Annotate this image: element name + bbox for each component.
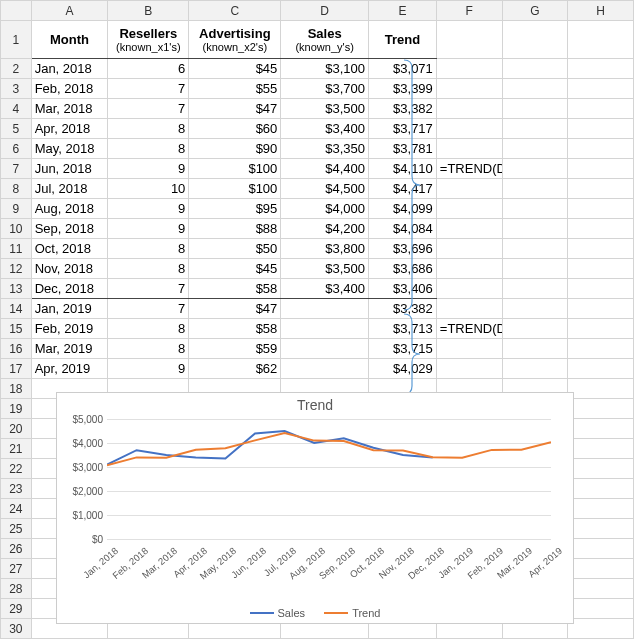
col-header-A[interactable]: A bbox=[31, 1, 108, 21]
row-header-29[interactable]: 29 bbox=[1, 599, 32, 619]
cell-D12[interactable]: $3,500 bbox=[281, 259, 369, 279]
cell-G5[interactable] bbox=[502, 119, 568, 139]
row-header-24[interactable]: 24 bbox=[1, 499, 32, 519]
row-header-3[interactable]: 3 bbox=[1, 79, 32, 99]
cell-F5[interactable] bbox=[436, 119, 502, 139]
cell-B5[interactable]: 8 bbox=[108, 119, 189, 139]
cell-B13[interactable]: 7 bbox=[108, 279, 189, 299]
cell-A8[interactable]: Jul, 2018 bbox=[31, 179, 108, 199]
cell-H6[interactable] bbox=[568, 139, 634, 159]
cell-H23[interactable] bbox=[568, 479, 634, 499]
cell-G1[interactable] bbox=[502, 21, 568, 59]
row-header-21[interactable]: 21 bbox=[1, 439, 32, 459]
cell-F7[interactable]: =TREND(D2:D13,B2:C13) bbox=[436, 159, 502, 179]
cell-C9[interactable]: $95 bbox=[189, 199, 281, 219]
cell-B3[interactable]: 7 bbox=[108, 79, 189, 99]
cell-G17[interactable] bbox=[502, 359, 568, 379]
cell-E6[interactable]: $3,781 bbox=[368, 139, 436, 159]
row-header-7[interactable]: 7 bbox=[1, 159, 32, 179]
cell-H12[interactable] bbox=[568, 259, 634, 279]
cell-F13[interactable] bbox=[436, 279, 502, 299]
row-header-19[interactable]: 19 bbox=[1, 399, 32, 419]
cell-D7[interactable]: $4,400 bbox=[281, 159, 369, 179]
cell-C10[interactable]: $88 bbox=[189, 219, 281, 239]
cell-H15[interactable] bbox=[568, 319, 634, 339]
cell-A2[interactable]: Jan, 2018 bbox=[31, 59, 108, 79]
col-header-C[interactable]: C bbox=[189, 1, 281, 21]
col-header-D[interactable]: D bbox=[281, 1, 369, 21]
cell-E16[interactable]: $3,715 bbox=[368, 339, 436, 359]
cell-H30[interactable] bbox=[568, 619, 634, 639]
cell-A7[interactable]: Jun, 2018 bbox=[31, 159, 108, 179]
cell-E5[interactable]: $3,717 bbox=[368, 119, 436, 139]
row-header-5[interactable]: 5 bbox=[1, 119, 32, 139]
cell-G6[interactable] bbox=[502, 139, 568, 159]
row-header-27[interactable]: 27 bbox=[1, 559, 32, 579]
cell-G14[interactable] bbox=[502, 299, 568, 319]
cell-C2[interactable]: $45 bbox=[189, 59, 281, 79]
cell-H14[interactable] bbox=[568, 299, 634, 319]
cell-A10[interactable]: Sep, 2018 bbox=[31, 219, 108, 239]
cell-H26[interactable] bbox=[568, 539, 634, 559]
cell-H24[interactable] bbox=[568, 499, 634, 519]
cell-H21[interactable] bbox=[568, 439, 634, 459]
cell-E2[interactable]: $3,071 bbox=[368, 59, 436, 79]
cell-A4[interactable]: Mar, 2018 bbox=[31, 99, 108, 119]
cell-E4[interactable]: $3,382 bbox=[368, 99, 436, 119]
cell-D3[interactable]: $3,700 bbox=[281, 79, 369, 99]
cell-G4[interactable] bbox=[502, 99, 568, 119]
cell-H28[interactable] bbox=[568, 579, 634, 599]
cell-F1[interactable] bbox=[436, 21, 502, 59]
cell-C17[interactable]: $62 bbox=[189, 359, 281, 379]
row-header-20[interactable]: 20 bbox=[1, 419, 32, 439]
cell-G8[interactable] bbox=[502, 179, 568, 199]
cell-B17[interactable]: 9 bbox=[108, 359, 189, 379]
cell-H7[interactable] bbox=[568, 159, 634, 179]
cell-F4[interactable] bbox=[436, 99, 502, 119]
cell-B8[interactable]: 10 bbox=[108, 179, 189, 199]
cell-C13[interactable]: $58 bbox=[189, 279, 281, 299]
cell-H1[interactable] bbox=[568, 21, 634, 59]
row-header-15[interactable]: 15 bbox=[1, 319, 32, 339]
cell-H10[interactable] bbox=[568, 219, 634, 239]
cell-H2[interactable] bbox=[568, 59, 634, 79]
cell-H18[interactable] bbox=[568, 379, 634, 399]
cell-E7[interactable]: $4,110 bbox=[368, 159, 436, 179]
cell-G12[interactable] bbox=[502, 259, 568, 279]
row-header-9[interactable]: 9 bbox=[1, 199, 32, 219]
cell-A1[interactable]: Month bbox=[31, 21, 108, 59]
row-header-12[interactable]: 12 bbox=[1, 259, 32, 279]
cell-D10[interactable]: $4,200 bbox=[281, 219, 369, 239]
cell-B12[interactable]: 8 bbox=[108, 259, 189, 279]
cell-H22[interactable] bbox=[568, 459, 634, 479]
cell-F14[interactable] bbox=[436, 299, 502, 319]
cell-B7[interactable]: 9 bbox=[108, 159, 189, 179]
cell-C15[interactable]: $58 bbox=[189, 319, 281, 339]
cell-C11[interactable]: $50 bbox=[189, 239, 281, 259]
cell-H8[interactable] bbox=[568, 179, 634, 199]
cell-F11[interactable] bbox=[436, 239, 502, 259]
cell-D4[interactable]: $3,500 bbox=[281, 99, 369, 119]
cell-C8[interactable]: $100 bbox=[189, 179, 281, 199]
cell-H20[interactable] bbox=[568, 419, 634, 439]
cell-C16[interactable]: $59 bbox=[189, 339, 281, 359]
cell-A13[interactable]: Dec, 2018 bbox=[31, 279, 108, 299]
cell-C14[interactable]: $47 bbox=[189, 299, 281, 319]
row-header-18[interactable]: 18 bbox=[1, 379, 32, 399]
cell-C6[interactable]: $90 bbox=[189, 139, 281, 159]
cell-H4[interactable] bbox=[568, 99, 634, 119]
cell-E3[interactable]: $3,399 bbox=[368, 79, 436, 99]
row-header-16[interactable]: 16 bbox=[1, 339, 32, 359]
cell-H3[interactable] bbox=[568, 79, 634, 99]
cell-E17[interactable]: $4,029 bbox=[368, 359, 436, 379]
cell-E8[interactable]: $4,417 bbox=[368, 179, 436, 199]
cell-H9[interactable] bbox=[568, 199, 634, 219]
cell-F2[interactable] bbox=[436, 59, 502, 79]
row-header-25[interactable]: 25 bbox=[1, 519, 32, 539]
row-header-23[interactable]: 23 bbox=[1, 479, 32, 499]
cell-E12[interactable]: $3,686 bbox=[368, 259, 436, 279]
cell-B11[interactable]: 8 bbox=[108, 239, 189, 259]
cell-G16[interactable] bbox=[502, 339, 568, 359]
cell-B1[interactable]: Resellers (known_x1's) bbox=[108, 21, 189, 59]
spreadsheet-grid[interactable]: A B C D E F G H 1 Month Resellers (known… bbox=[0, 0, 634, 640]
